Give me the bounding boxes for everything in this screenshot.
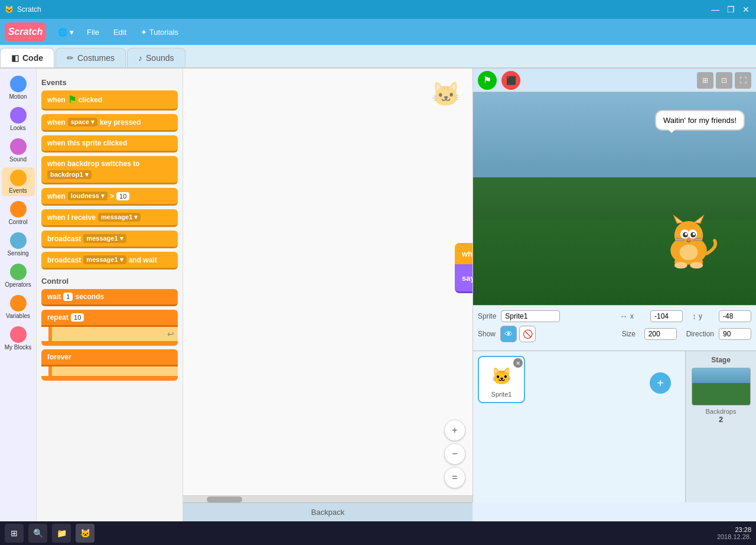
sidebar-item-control[interactable]: Control: [2, 199, 35, 228]
backpack-bar[interactable]: Backpack: [183, 502, 472, 521]
backdrop-dropdown[interactable]: backdrop1 ▾: [47, 170, 92, 179]
tab-sounds[interactable]: ♪ Sounds: [127, 48, 185, 67]
windows-icon: ⊞: [11, 528, 18, 538]
zoom-in-button[interactable]: +: [444, 420, 465, 441]
title-bar-left: 🐱 Scratch: [5, 5, 41, 14]
sidebar-item-motion[interactable]: Motion: [2, 73, 35, 102]
tab-code[interactable]: ◧ Code: [0, 48, 54, 67]
stage-play-controls: ⚑ ⬛: [478, 71, 520, 90]
maximize-button[interactable]: ❐: [725, 4, 736, 15]
taskbar-time: 23:28: [717, 526, 751, 533]
tab-bar: ◧ Code ✏ Costumes ♪ Sounds: [0, 45, 756, 69]
taskbar-files-button[interactable]: 📁: [52, 524, 71, 543]
block-broadcast-wait[interactable]: broadcast message1 ▾ and wait: [41, 252, 178, 270]
size-input[interactable]: [644, 328, 677, 340]
language-button[interactable]: 🌐 ▾: [53, 25, 79, 39]
large-view-button[interactable]: ⊡: [716, 72, 732, 89]
costumes-tab-label: Costumes: [77, 53, 115, 63]
show-visible-button[interactable]: 👁: [500, 326, 517, 342]
sprite-card-sprite1[interactable]: ✕ 🐱 Sprite1: [478, 356, 525, 403]
add-sprite-button[interactable]: +: [650, 372, 671, 394]
direction-input[interactable]: [719, 328, 751, 340]
sound-dot: [10, 138, 27, 155]
canvas-block-when-clicked[interactable]: when ⚑ clicked: [455, 243, 472, 264]
windows-start-button[interactable]: ⊞: [5, 524, 24, 543]
tab-costumes[interactable]: ✏ Costumes: [56, 48, 126, 67]
motion-dot: [10, 76, 27, 92]
wait-value: 1: [63, 293, 73, 301]
stage-thumbnail[interactable]: [692, 368, 751, 405]
normal-view-button[interactable]: ⊞: [697, 72, 713, 89]
fullscreen-button[interactable]: ⛶: [735, 72, 751, 89]
sprite-x-input[interactable]: [650, 310, 683, 322]
block-broadcast[interactable]: broadcast message1 ▾: [41, 231, 178, 248]
sidebar-item-sensing[interactable]: Sensing: [2, 230, 35, 259]
block-when-flag-clicked[interactable]: when ⚑ clicked: [41, 90, 178, 111]
receive-dropdown[interactable]: message1 ▾: [98, 213, 141, 222]
zoom-reset-button[interactable]: =: [444, 467, 465, 488]
sidebar-item-sound[interactable]: Sound: [2, 136, 35, 165]
code-tab-label: Code: [22, 53, 43, 63]
sprite-y-input[interactable]: [719, 310, 751, 322]
broadcastwait-dropdown[interactable]: message1 ▾: [83, 255, 126, 264]
canvas-sprite-thumb: 🐱: [431, 80, 461, 108]
search-icon: 🔍: [33, 528, 43, 538]
sidebar-item-myblocks[interactable]: My Blocks: [2, 324, 35, 353]
canvas-block-say[interactable]: say Waitin' for my friends!: [455, 264, 472, 293]
block-repeat-inner: ↩: [48, 327, 178, 341]
zoom-out-button[interactable]: −: [444, 443, 465, 465]
green-flag-button[interactable]: ⚑: [478, 71, 497, 90]
sounds-tab-label: Sounds: [146, 53, 174, 63]
sidebar-item-operators[interactable]: Operators: [2, 261, 35, 290]
taskbar-scratch-button[interactable]: 🐱: [76, 524, 94, 543]
app-title: Scratch: [17, 5, 41, 14]
block-repeat[interactable]: repeat 10: [41, 310, 178, 327]
canvas-scrollbar[interactable]: [183, 495, 472, 502]
block-when-key-pressed[interactable]: when space ▾ key pressed: [41, 114, 178, 132]
taskbar-search-button[interactable]: 🔍: [28, 524, 47, 543]
svg-point-11: [693, 233, 695, 235]
taskbar-clock: 23:28 2018.12.28.: [717, 526, 751, 540]
show-hidden-button[interactable]: 🚫: [519, 326, 536, 342]
stop-button[interactable]: ⬛: [501, 71, 520, 90]
variables-label: Variables: [6, 313, 30, 319]
block-forever[interactable]: forever: [41, 349, 178, 366]
block-wait[interactable]: wait 1 seconds: [41, 289, 178, 306]
block-when-receive[interactable]: when I receive message1 ▾: [41, 209, 178, 227]
sprite-info-panel: Sprite ↔ x ↕ y: [473, 305, 756, 351]
events-label: Events: [9, 187, 27, 194]
speech-bubble: Waitin' for my friends!: [655, 110, 745, 131]
sound-label: Sound: [9, 156, 27, 163]
canvas-inner: 🐱 when ⚑ clicked say Waitin' for my frie…: [183, 69, 472, 502]
block-when-sensor[interactable]: when loudness ▾ > 10: [41, 188, 178, 206]
backpack-label: Backpack: [311, 508, 344, 517]
looks-dot: [10, 107, 27, 124]
close-button[interactable]: ✕: [741, 4, 751, 15]
file-menu[interactable]: File: [81, 25, 105, 39]
events-dot: [10, 170, 27, 186]
myblocks-dot: [10, 326, 27, 343]
minimize-button[interactable]: —: [710, 4, 721, 15]
sidebar-item-looks[interactable]: Looks: [2, 105, 35, 134]
show-label: Show: [478, 330, 496, 338]
taskbar-left: ⊞ 🔍 📁 🐱: [5, 524, 94, 543]
sidebar-item-variables[interactable]: Variables: [2, 293, 35, 322]
scrollbar-thumb: [207, 497, 242, 502]
app-icon: 🐱: [5, 5, 14, 14]
sidebar-item-events[interactable]: Events: [2, 167, 35, 196]
sprite-x-coord: ↔ x: [620, 310, 683, 322]
add-sprite-area: +: [530, 356, 680, 403]
myblocks-label: My Blocks: [5, 344, 32, 351]
size-label: Size: [622, 330, 640, 338]
script-canvas: 🐱 when ⚑ clicked say Waitin' for my frie…: [183, 69, 472, 502]
sensor-dropdown[interactable]: loudness ▾: [68, 192, 107, 200]
tutorials-menu[interactable]: ✦ Tutorials: [135, 25, 184, 39]
broadcast-dropdown[interactable]: message1 ▾: [83, 234, 126, 243]
block-when-sprite-clicked[interactable]: when this sprite clicked: [41, 135, 178, 153]
key-dropdown[interactable]: space ▾: [68, 118, 97, 126]
sprite-name-input[interactable]: [501, 310, 560, 322]
files-icon: 📁: [57, 528, 67, 538]
sprite-delete-button[interactable]: ✕: [513, 358, 523, 368]
block-when-backdrop-switches[interactable]: when backdrop switches to backdrop1 ▾: [41, 156, 178, 184]
edit-menu[interactable]: Edit: [107, 25, 132, 39]
